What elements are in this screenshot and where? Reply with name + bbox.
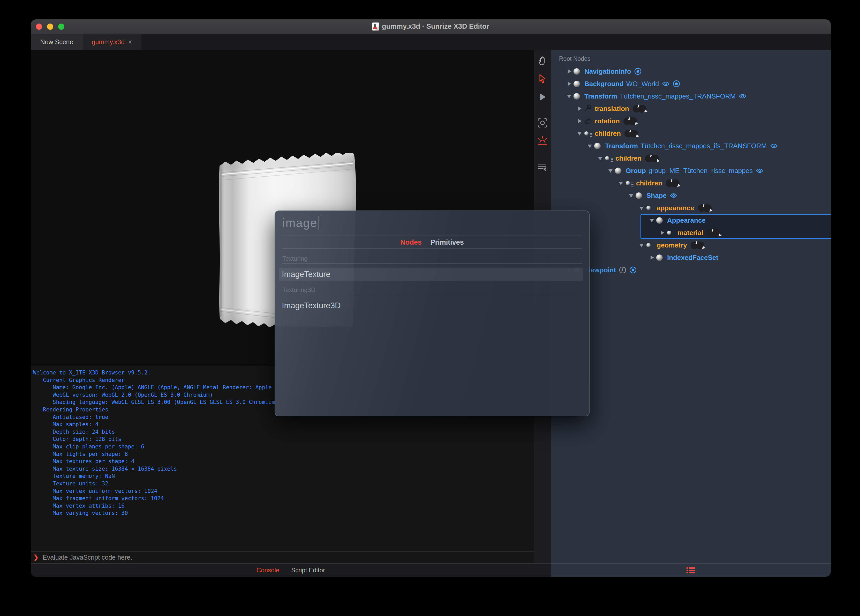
console-line: Texture units: 32 [31,480,534,487]
tab-new-scene[interactable]: New Scene [31,34,83,50]
node-instance-name: group_ME_Tütchen_rissc_mappes [648,167,753,175]
node-search-field[interactable]: image [282,216,319,230]
expand-arrow-icon[interactable] [629,193,634,198]
expand-arrow-icon[interactable] [577,106,582,111]
route-connectors-icon[interactable] [645,155,659,162]
node-type-icon [615,167,623,174]
tree-row[interactable]: Appearance [551,214,831,226]
route-connectors-icon[interactable] [623,118,637,125]
tree-row[interactable]: translation [551,102,831,115]
title-bar[interactable]: gummy.x3d · Sunrize X3D Editor [31,19,831,34]
hand-pan-icon[interactable] [537,55,548,67]
tree-row[interactable]: rotation [551,115,831,127]
tab-label: New Scene [40,38,74,46]
visibility-eye-icon[interactable] [662,81,670,86]
expand-arrow-icon[interactable] [567,69,572,74]
script-edit-icon[interactable] [537,161,548,173]
expand-arrow-icon[interactable] [577,131,582,136]
route-output-icon [629,118,637,125]
sunrise-light-icon[interactable] [537,135,548,147]
console-input[interactable]: Evaluate JavaScript code here. [43,554,132,561]
screen: gummy.x3d · Sunrize X3D Editor New Scene… [0,0,860,616]
status-tab-console[interactable]: Console [256,567,279,574]
minimize-button[interactable] [47,24,53,30]
tree-row[interactable]: Background WO_World [551,78,831,90]
expand-arrow-icon[interactable] [660,230,665,235]
route-connectors-icon[interactable] [625,130,638,137]
dialog-tabs: Nodes Primitives [275,236,589,248]
route-connectors-icon[interactable] [707,229,720,237]
bind-target-icon[interactable] [629,266,637,273]
tree-row[interactable]: Shape [551,189,831,202]
node-label: translation [595,105,629,113]
expand-arrow-icon[interactable] [650,218,655,223]
expand-arrow-icon[interactable] [618,181,624,186]
visibility-eye-icon[interactable] [756,168,764,173]
expand-arrow-icon[interactable] [567,94,572,99]
panel-list-icon[interactable] [686,567,695,574]
tree-row[interactable]: children [551,127,831,140]
tree-row[interactable]: geometry [551,239,831,251]
status-tab-script-editor[interactable]: Script Editor [291,567,325,574]
tree-row[interactable]: Transform Tütchen_rissc_mappes_ifs_TRANS… [551,140,831,152]
tab-close-icon[interactable]: × [128,38,132,46]
node-instance-name: Tütchen_rissc_mappes_TRANSFORM [620,92,736,101]
console-line: Max texture size: 16384 × 16384 pixels [31,465,534,473]
tree-row[interactable]: Group group_ME_Tütchen_rissc_mappes [551,165,831,177]
route-output-icon [639,105,647,113]
tree-row[interactable]: NavigationInfo [551,65,831,78]
expand-arrow-icon[interactable] [650,255,655,260]
visibility-eye-icon[interactable] [770,143,778,149]
dialog-tab-primitives[interactable]: Primitives [430,239,464,247]
tree-row[interactable]: appearance [551,202,831,214]
dialog-tab-nodes[interactable]: Nodes [400,239,422,247]
dialog-node-item-imagetexture3d[interactable]: ImageTexture3D [279,299,583,313]
tree-row[interactable]: IndexedFaceSet [551,251,831,264]
expand-arrow-icon[interactable] [567,81,572,86]
tree-row[interactable]: children [551,177,831,189]
visibility-eye-icon[interactable] [739,93,747,99]
node-label: NavigationInfo [584,68,631,75]
bind-target-icon[interactable] [634,68,642,75]
close-button[interactable] [36,24,42,30]
tree-row[interactable]: material [551,226,831,239]
route-connectors-icon[interactable] [698,204,712,212]
expand-arrow-icon[interactable] [598,156,603,161]
console-line: Texture memory: NaN [31,473,534,480]
node-label: rotation [595,117,620,125]
prompt-chevron-icon: ❯ [33,554,39,561]
expand-arrow-icon[interactable] [577,118,582,124]
node-type-icon [656,217,664,224]
root-nodes-header: Root Nodes [559,55,590,62]
route-connectors-icon[interactable] [633,105,647,113]
zoom-button[interactable] [58,24,64,30]
section-separator [282,264,582,264]
route-connectors-icon[interactable] [691,242,704,249]
node-type-icon [604,154,612,162]
play-icon[interactable] [537,91,548,103]
visibility-eye-icon[interactable] [670,193,678,198]
toolbar-separator [538,154,547,154]
camera-frame-icon[interactable] [537,117,548,129]
tree-row[interactable]: Viewpoint [551,264,831,276]
node-type-icon [636,192,643,200]
tree-row[interactable]: children [551,152,831,165]
scene-tree: NavigationInfo Background [551,65,831,276]
route-output-icon [697,242,704,249]
status-bar-left: Console Script Editor [31,563,551,577]
expand-arrow-icon[interactable] [608,168,613,173]
expand-arrow-icon[interactable] [639,243,644,248]
node-type-icon [646,204,654,212]
tab-gummy-x3d[interactable]: gummy.x3d × [83,34,141,50]
expand-arrow-icon[interactable] [587,143,593,148]
expand-arrow-icon[interactable] [639,205,644,211]
traffic-lights [36,19,64,34]
console-line: Depth size: 24 bits [31,428,534,436]
dialog-node-item-imagetexture[interactable]: ImageTexture [279,268,583,281]
tree-row[interactable]: Transform Tütchen_rissc_mappes_TRANSFORM [551,90,831,102]
route-connectors-icon[interactable] [666,179,680,187]
bind-target-icon[interactable] [673,80,680,87]
select-arrow-icon[interactable] [537,73,548,85]
wrench-tool-icon[interactable] [619,266,626,273]
status-bar: Console Script Editor [31,563,831,577]
